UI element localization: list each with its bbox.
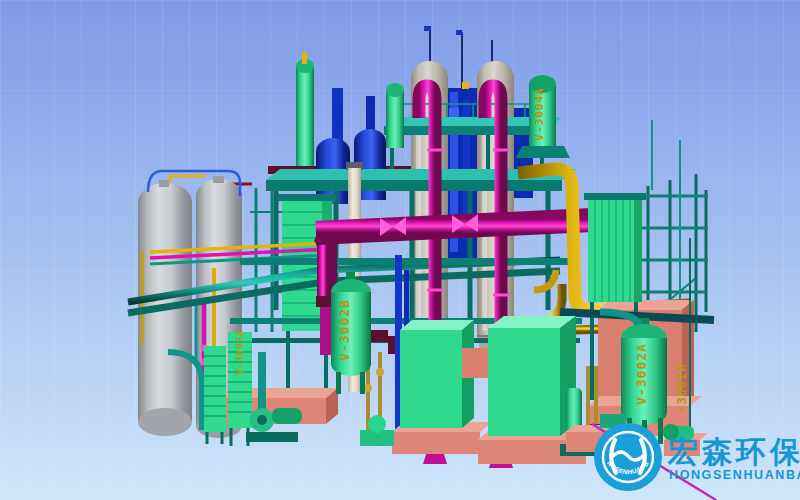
label-v3004a: V-3004A (533, 87, 546, 140)
plate-stack-front-1 (204, 346, 226, 444)
foundation-mid-small (462, 348, 490, 378)
green-column-tall-left (296, 52, 314, 166)
logo-name-en: HONGSENHUANBAO (669, 468, 800, 482)
label-v3003a: V-3003A (235, 330, 245, 375)
label-leader-3002a: -3002A (675, 363, 689, 412)
cad-viewport: V-3004A (0, 0, 800, 500)
logo-name-zh: 宏森环保 (667, 434, 800, 469)
label-v3002b: V-3002B (337, 299, 352, 361)
plant-3d-scene: V-3004A (0, 0, 800, 500)
label-v3002a: V-3002A (634, 343, 649, 405)
green-cylinder-small (386, 83, 404, 148)
